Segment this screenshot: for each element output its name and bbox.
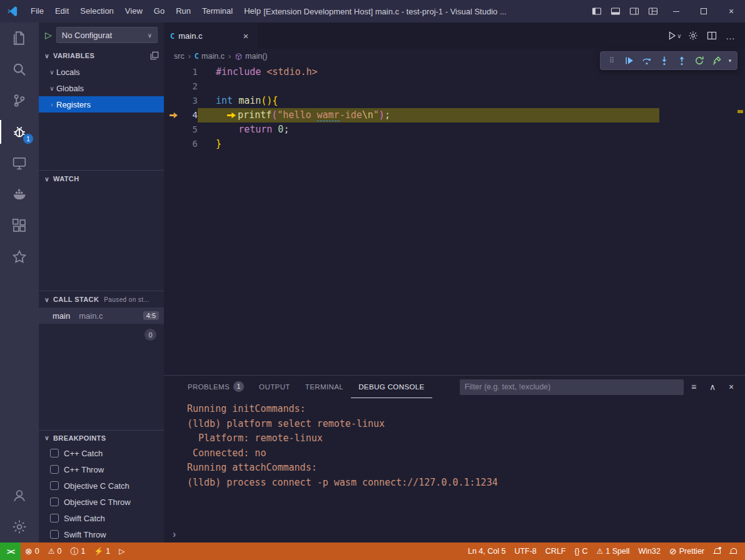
- accounts-icon[interactable]: [0, 480, 39, 511]
- menu-terminal[interactable]: Terminal: [196, 0, 238, 22]
- menu-go[interactable]: Go: [148, 0, 170, 22]
- search-icon[interactable]: [0, 54, 39, 85]
- debug-config-dropdown[interactable]: No Configurat ∨: [56, 27, 158, 43]
- docker-icon[interactable]: [0, 179, 39, 210]
- breakpoint-c-throw[interactable]: C++ Throw: [39, 461, 164, 478]
- menu-view[interactable]: View: [119, 0, 148, 22]
- dot: [719, 547, 721, 549]
- customize-layout-icon[interactable]: [644, 0, 662, 22]
- panel-tab-problems[interactable]: PROBLEMS1: [180, 376, 251, 398]
- more-actions-icon[interactable]: …: [722, 28, 739, 44]
- code-line-5[interactable]: 5 return 0;: [164, 122, 745, 137]
- toggle-sidebar-icon[interactable]: [587, 0, 606, 22]
- breadcrumb-symbol[interactable]: main(): [235, 52, 267, 61]
- toggle-secondary-sidebar-icon[interactable]: [625, 0, 644, 22]
- prettier[interactable]: Prettier: [665, 542, 709, 560]
- step-into-button[interactable]: [656, 52, 673, 69]
- panel-tab-terminal[interactable]: TERMINAL: [298, 376, 351, 398]
- console-input-chevron-icon[interactable]: ›: [173, 529, 176, 540]
- source-control-icon[interactable]: [0, 85, 39, 116]
- breadcrumb-file[interactable]: main.c: [195, 52, 225, 61]
- language-mode[interactable]: C: [570, 542, 592, 560]
- breakpoint-swift-catch[interactable]: Swift Catch: [39, 510, 164, 526]
- run-file-button[interactable]: ∨: [666, 28, 682, 44]
- maximize-panel-icon[interactable]: ∧: [705, 379, 720, 394]
- checkbox-unchecked[interactable]: [50, 514, 59, 522]
- panel-tab-debug-console[interactable]: DEBUG CONSOLE: [351, 376, 432, 398]
- collapse-all-icon[interactable]: [150, 51, 159, 60]
- call-stack-header[interactable]: ∨ CALL STACK Paused on st...: [39, 291, 164, 308]
- checkbox-unchecked[interactable]: [50, 498, 59, 506]
- breakpoint-objective-c-throw[interactable]: Objective C Throw: [39, 494, 164, 510]
- checkbox-unchecked[interactable]: [50, 481, 59, 490]
- warnings-count[interactable]: 0: [44, 542, 66, 560]
- run-and-debug-icon[interactable]: 1: [0, 116, 39, 148]
- maximize-button[interactable]: [690, 0, 717, 22]
- variables-row-registers[interactable]: ›Registers: [39, 96, 164, 112]
- split-editor-icon[interactable]: [704, 28, 720, 44]
- cursor-position[interactable]: Ln 4, Col 5: [464, 542, 510, 560]
- settings-gear-icon[interactable]: [685, 28, 701, 44]
- variables-row-locals[interactable]: ∨Locals: [39, 64, 164, 80]
- chevron-down-icon[interactable]: ▾: [726, 58, 734, 64]
- checkbox-unchecked[interactable]: [50, 530, 59, 539]
- chevron-right-icon: ›: [228, 52, 231, 61]
- minimize-button[interactable]: [662, 0, 690, 22]
- tab-close-icon[interactable]: ×: [240, 31, 251, 41]
- breakpoint-objective-c-catch[interactable]: Objective C Catch: [39, 478, 164, 494]
- code-line-2[interactable]: 2: [164, 79, 745, 94]
- checkbox-unchecked[interactable]: [50, 449, 59, 458]
- step-out-button[interactable]: [673, 52, 691, 69]
- restart-button[interactable]: [691, 52, 708, 69]
- variables-header[interactable]: ∨ VARIABLES: [39, 48, 164, 64]
- stack-frame-row[interactable]: main main.c 4:5: [39, 308, 164, 324]
- encoding[interactable]: UTF-8: [510, 542, 540, 560]
- drag-handle[interactable]: ⠿: [603, 52, 621, 69]
- breadcrumb-src[interactable]: src: [174, 52, 185, 61]
- close-panel-icon[interactable]: ×: [724, 379, 739, 394]
- alerts[interactable]: [709, 542, 725, 560]
- remote-explorer-icon[interactable]: [0, 148, 39, 179]
- eol[interactable]: CRLF: [541, 542, 570, 560]
- menu-file[interactable]: File: [25, 0, 49, 22]
- breakpoint-swift-throw[interactable]: Swift Throw: [39, 526, 164, 542]
- code-line-4[interactable]: 4 printf("hello wamr-ide\n");: [164, 108, 745, 122]
- continue-button[interactable]: [621, 52, 638, 69]
- notifications[interactable]: [725, 542, 741, 560]
- errors-count[interactable]: 0: [21, 542, 44, 560]
- console-filter-input[interactable]: [460, 379, 684, 395]
- code-editor[interactable]: 1#include <stdio.h>23int main(){4 printf…: [164, 64, 745, 375]
- panel-menu-icon[interactable]: ≡: [686, 379, 701, 394]
- checkbox-unchecked[interactable]: [50, 465, 59, 474]
- extensions-icon[interactable]: [0, 210, 39, 241]
- toggle-panel-icon[interactable]: [606, 0, 625, 22]
- step-over-button[interactable]: [638, 52, 656, 69]
- debug-console[interactable]: Running initCommands:(lldb) platform sel…: [164, 398, 745, 542]
- settings-gear-icon[interactable]: [0, 511, 39, 542]
- menu-edit[interactable]: Edit: [49, 0, 74, 22]
- info-count[interactable]: 1: [66, 542, 89, 560]
- line-number: 6: [181, 137, 198, 151]
- close-button[interactable]: ×: [717, 0, 745, 22]
- watch-header[interactable]: ∨ WATCH: [39, 171, 164, 187]
- variables-row-globals[interactable]: ∨Globals: [39, 80, 164, 96]
- platform[interactable]: Win32: [634, 542, 665, 560]
- panel-tab-output[interactable]: OUTPUT: [251, 376, 298, 398]
- menu-selection[interactable]: Selection: [74, 0, 119, 22]
- ports-indicator[interactable]: 1: [89, 542, 114, 560]
- menu-help[interactable]: Help: [238, 0, 266, 22]
- disconnect-button[interactable]: [708, 52, 726, 69]
- code-line-3[interactable]: 3int main(){: [164, 94, 745, 108]
- breakpoint-c-catch[interactable]: C++ Catch: [39, 445, 164, 461]
- remote-indicator[interactable]: ><: [0, 542, 21, 560]
- star-icon[interactable]: [0, 241, 39, 272]
- breakpoints-header[interactable]: ∨ BREAKPOINTS: [39, 431, 164, 445]
- tab-main-c[interactable]: main.c ×: [164, 22, 258, 49]
- debug-indicator[interactable]: [114, 542, 129, 560]
- explorer-icon[interactable]: [0, 22, 39, 54]
- spell-checker[interactable]: 1 Spell: [592, 542, 634, 560]
- menu-run[interactable]: Run: [170, 0, 196, 22]
- code-line-6[interactable]: 6}: [164, 137, 745, 151]
- code-line-content: [198, 79, 216, 94]
- start-debug-icon[interactable]: ▷: [45, 30, 52, 40]
